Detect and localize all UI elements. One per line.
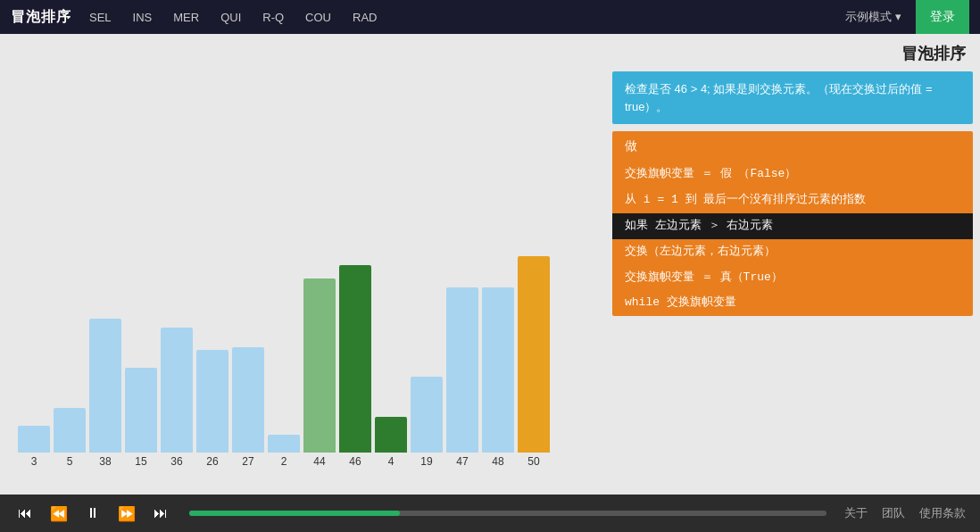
bar [375,417,407,453]
bar-label: 2 [268,455,300,468]
progress-bar[interactable] [189,511,826,516]
bar-group: 38 [89,319,121,468]
bar-label: 36 [161,455,193,468]
bar-label: 44 [303,455,336,468]
bar-label: 46 [339,455,371,468]
pause-button[interactable]: ⏸ [82,503,104,523]
bar-label: 48 [482,455,514,468]
bar-group: 4 [375,417,407,468]
code-do-label: 做 [612,131,973,162]
bar [18,426,50,453]
nav-rq[interactable]: R-Q [259,9,287,26]
bottom-bar: ⏮ ⏪ ⏸ ⏩ ⏭ 关于 团队 使用条款 [0,495,980,532]
bar-group: 5 [54,408,86,468]
bar-group: 3 [18,426,50,468]
code-line: 交换旗帜变量 ＝ 假 （False） [612,162,973,187]
step-back-button[interactable]: ⏪ [46,503,71,524]
bar-group: 47 [446,287,478,468]
bar-group: 15 [125,368,157,468]
nav-qui[interactable]: QUI [217,9,245,26]
bar-label: 47 [446,455,478,468]
skip-forward-button[interactable]: ⏭ [150,503,171,523]
bar-group: 44 [303,278,336,468]
login-button[interactable]: 登录 [916,0,969,34]
bar [303,278,336,453]
code-line: 从 i = 1 到 最后一个没有排序过元素的指数 [612,187,973,213]
main-content: 35381536262724446419474850 冒泡排序 检查是否 46 … [0,34,980,495]
nav-sel[interactable]: SEL [86,9,115,26]
right-panel: 冒泡排序 检查是否 46 > 4; 如果是则交换元素。（现在交换过后的值 = t… [605,34,980,495]
bar [54,408,86,453]
bar-group: 36 [161,328,193,468]
skip-back-button[interactable]: ⏮ [14,503,36,523]
nav-cou[interactable]: COU [302,9,335,26]
bar [89,319,121,453]
team-link[interactable]: 团队 [882,505,905,521]
bar [232,347,264,453]
code-box: 做 交换旗帜变量 ＝ 假 （False） 从 i = 1 到 最后一个没有排序过… [612,131,973,316]
nav-rad[interactable]: RAD [349,9,380,26]
bar [446,287,478,453]
bar-label: 4 [375,455,407,468]
bar-group: 19 [411,377,443,468]
bar [482,287,514,453]
bar-label: 38 [89,455,121,468]
bar-group: 2 [268,435,300,468]
bar [411,377,443,453]
progress-fill [189,511,400,516]
bar-label: 19 [411,455,443,468]
app-title: 冒泡排序 [11,8,71,27]
about-link[interactable]: 关于 [844,505,868,521]
bar-label: 26 [196,455,228,468]
bar-label: 15 [125,455,157,468]
bars-container: 35381536262724446419474850 [18,52,587,495]
bottom-links: 关于 团队 使用条款 [844,505,966,521]
bar [125,368,157,453]
code-line: while 交换旗帜变量 [612,290,973,316]
bar-label: 5 [54,455,86,468]
nav-mer[interactable]: MER [170,9,203,26]
bar-label: 3 [18,455,50,468]
step-forward-button[interactable]: ⏩ [114,503,139,524]
bar-label: 27 [232,455,264,468]
terms-link[interactable]: 使用条款 [919,505,966,521]
top-nav: 冒泡排序 SEL INS MER QUI R-Q COU RAD 示例模式 ▾ … [0,0,980,34]
bar [196,350,228,453]
chart-area: 35381536262724446419474850 [0,34,605,495]
bar-label: 50 [518,455,550,468]
code-line: 如果 左边元素 ＞ 右边元素 [612,213,973,239]
code-line: 交换（左边元素，右边元素） [612,239,973,265]
algo-title: 冒泡排序 [605,34,980,68]
bar-group: 50 [518,256,550,468]
nav-ins[interactable]: INS [129,9,156,26]
bar-group: 46 [339,265,371,468]
info-box: 检查是否 46 > 4; 如果是则交换元素。（现在交换过后的值 = true）。 [612,71,973,124]
bar [518,256,550,453]
bar [161,328,193,453]
bar [268,435,300,453]
code-line: 交换旗帜变量 ＝ 真（True） [612,265,973,291]
bar-group: 26 [196,350,228,468]
bar [339,265,371,453]
bar-group: 48 [482,287,514,468]
mode-selector[interactable]: 示例模式 ▾ [845,9,901,25]
bar-group: 27 [232,347,264,468]
